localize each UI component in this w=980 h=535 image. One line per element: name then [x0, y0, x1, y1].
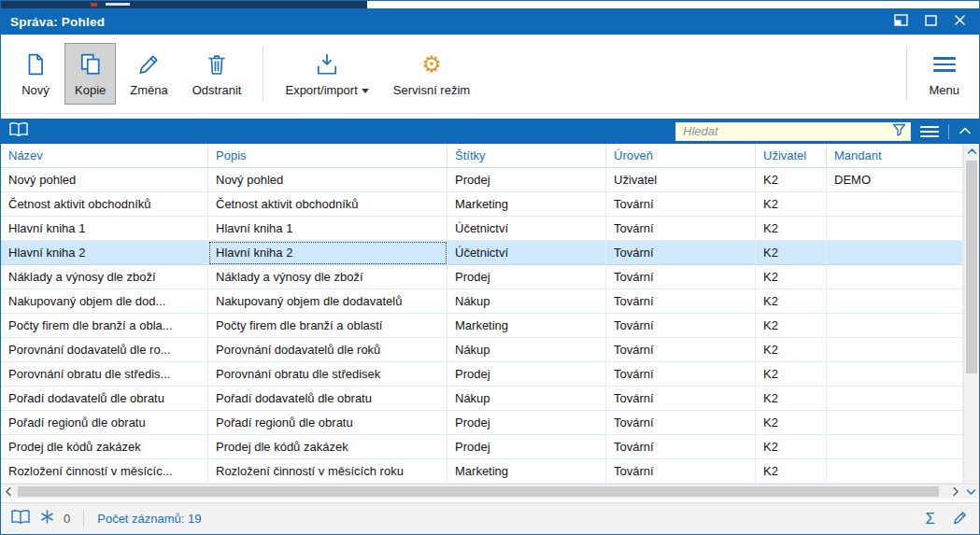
table-cell[interactable]: K2: [756, 338, 827, 362]
table-cell[interactable]: Tovární: [606, 314, 756, 338]
table-cell[interactable]: Prodej: [447, 435, 606, 459]
table-row[interactable]: Náklady a výnosy dle zbožíNáklady a výno…: [1, 265, 963, 289]
table-cell[interactable]: Počty firem dle branží a oblastí: [208, 314, 447, 338]
table-cell[interactable]: K2: [756, 314, 827, 338]
column-header[interactable]: Uživatel: [756, 144, 827, 167]
table-cell[interactable]: Porovnání dodavatelů dle roků: [208, 338, 447, 362]
table-cell[interactable]: Pořadí regionů dle obratu: [208, 411, 447, 435]
column-header[interactable]: Úroveň: [606, 144, 756, 167]
table-cell[interactable]: [827, 435, 963, 459]
dock-button[interactable]: [894, 14, 908, 29]
table-cell[interactable]: Prodej: [447, 265, 606, 289]
table-cell[interactable]: K2: [756, 459, 827, 484]
table-cell[interactable]: [827, 314, 963, 338]
table-cell[interactable]: Marketing: [447, 314, 606, 338]
column-header[interactable]: Název: [1, 144, 208, 167]
close-button[interactable]: [954, 14, 966, 29]
table-cell[interactable]: Porovnání obratu dle středisek: [208, 362, 447, 387]
table-cell[interactable]: Tovární: [606, 265, 756, 289]
table-cell[interactable]: K2: [756, 411, 827, 435]
service-mode-button[interactable]: ⚙ Servisní režim: [383, 43, 480, 105]
table-cell[interactable]: Tovární: [606, 241, 756, 265]
table-cell[interactable]: [827, 289, 963, 314]
table-row[interactable]: Pořadí regionů dle obratuPořadí regionů …: [1, 411, 963, 435]
table-row[interactable]: Hlavní kniha 1Hlavní kniha 1ÚčetnictvíTo…: [1, 217, 963, 241]
vertical-scrollbar[interactable]: [963, 144, 979, 484]
horizontal-scroll-track[interactable]: [16, 485, 948, 499]
table-cell[interactable]: Prodej dle kódů zakázek: [208, 435, 447, 459]
table-cell[interactable]: K2: [756, 217, 827, 241]
table-cell[interactable]: Hlavní kniha 1: [1, 217, 208, 241]
table-row[interactable]: Nový pohledNový pohledProdejUživatelK2DE…: [1, 168, 963, 192]
table-row[interactable]: Rozložení činností v měsícíc...Rozložení…: [1, 459, 963, 484]
table-cell[interactable]: Prodej: [447, 168, 606, 192]
table-cell[interactable]: Tovární: [606, 217, 756, 241]
change-button[interactable]: Změna: [120, 43, 178, 105]
table-cell[interactable]: Pořadí regionů dle obratu: [1, 411, 208, 435]
table-row[interactable]: Porovnání obratu dle středis...Porovnání…: [1, 362, 963, 387]
table-cell[interactable]: Účetnictví: [447, 217, 606, 241]
table-cell[interactable]: [827, 459, 963, 484]
table-cell[interactable]: Hlavní kniha 1: [208, 217, 447, 241]
table-cell[interactable]: K2: [756, 387, 827, 411]
table-cell[interactable]: Nákup: [447, 338, 606, 362]
table-cell[interactable]: [827, 338, 963, 362]
table-cell[interactable]: Nakupovaný objem dle dodavatelů: [208, 289, 447, 314]
table-cell[interactable]: Nákup: [447, 387, 606, 411]
table-cell[interactable]: Porovnání obratu dle středis...: [1, 362, 208, 387]
search-input[interactable]: [683, 124, 892, 138]
table-cell[interactable]: Tovární: [606, 387, 756, 411]
table-cell[interactable]: Prodej: [447, 362, 606, 387]
table-cell[interactable]: Nákup: [447, 289, 606, 314]
table-cell[interactable]: K2: [756, 289, 827, 314]
vertical-scroll-thumb[interactable]: [966, 161, 977, 373]
table-cell[interactable]: [827, 192, 963, 217]
table-row[interactable]: Četnost aktivit obchodníkůČetnost aktivi…: [1, 192, 963, 217]
table-cell[interactable]: Tovární: [606, 362, 756, 387]
table-cell[interactable]: K2: [756, 192, 827, 217]
column-header[interactable]: Popis: [208, 144, 447, 167]
table-cell[interactable]: [827, 241, 963, 265]
table-cell[interactable]: Tovární: [606, 459, 756, 484]
table-cell[interactable]: K2: [756, 265, 827, 289]
table-cell[interactable]: Porovnání dodavatelů dle ro...: [1, 338, 208, 362]
grid-menu-icon[interactable]: [920, 123, 939, 140]
table-cell[interactable]: [827, 411, 963, 435]
delete-button[interactable]: Odstranit: [182, 43, 252, 105]
table-cell[interactable]: K2: [756, 362, 827, 387]
table-cell[interactable]: Tovární: [606, 192, 756, 217]
scroll-down-arrow[interactable]: [963, 485, 979, 499]
copy-button[interactable]: Kopie: [64, 43, 116, 105]
table-cell[interactable]: Tovární: [606, 338, 756, 362]
table-cell[interactable]: Hlavní kniha 2: [208, 241, 447, 265]
table-cell[interactable]: Marketing: [447, 192, 606, 217]
table-cell[interactable]: Počty firem dle branží a obla...: [1, 314, 208, 338]
table-cell[interactable]: [827, 362, 963, 387]
table-row[interactable]: Hlavní kniha 2Hlavní kniha 2ÚčetnictvíTo…: [1, 241, 963, 265]
column-header[interactable]: Štítky: [447, 144, 606, 167]
scroll-left-arrow[interactable]: [1, 485, 16, 499]
horizontal-scrollbar[interactable]: [1, 484, 979, 499]
table-row[interactable]: Prodej dle kódů zakázekProdej dle kódů z…: [1, 435, 963, 459]
table-cell[interactable]: Četnost aktivit obchodníků: [208, 192, 447, 217]
filter-funnel-icon[interactable]: [892, 123, 906, 140]
sum-button[interactable]: Σ: [925, 511, 935, 527]
export-import-button[interactable]: Export/import: [275, 43, 378, 105]
table-cell[interactable]: K2: [756, 168, 827, 192]
table-cell[interactable]: Tovární: [606, 411, 756, 435]
table-cell[interactable]: Hlavní kniha 2: [1, 241, 208, 265]
table-cell[interactable]: Pořadí dodavatelů dle obratu: [1, 387, 208, 411]
column-header[interactable]: Mandant: [827, 144, 963, 167]
table-row[interactable]: Porovnání dodavatelů dle ro...Porovnání …: [1, 338, 963, 362]
new-button[interactable]: Nový: [10, 43, 61, 105]
table-cell[interactable]: Četnost aktivit obchodníků: [1, 192, 208, 217]
table-cell[interactable]: Tovární: [606, 289, 756, 314]
table-row[interactable]: Nakupovaný objem dle dod...Nakupovaný ob…: [1, 289, 963, 314]
table-cell[interactable]: Pořadí dodavatelů dle obratu: [208, 387, 447, 411]
table-row[interactable]: Pořadí dodavatelů dle obratuPořadí dodav…: [1, 387, 963, 411]
table-cell[interactable]: [827, 265, 963, 289]
table-cell[interactable]: [827, 387, 963, 411]
table-cell[interactable]: DEMO: [827, 168, 963, 192]
table-cell[interactable]: Tovární: [606, 435, 756, 459]
table-cell[interactable]: Náklady a výnosy dle zboží: [1, 265, 208, 289]
